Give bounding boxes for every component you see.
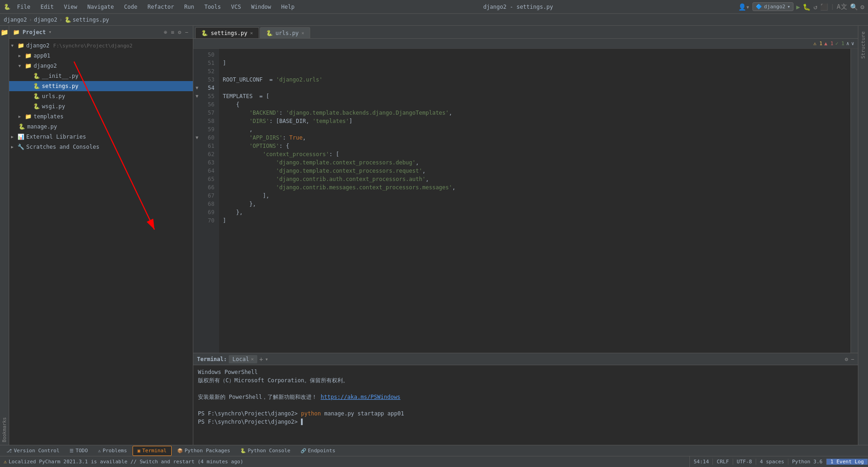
notification-text: Localized PyCharm 2021.3.1 is available … <box>9 459 243 465</box>
ln-63: 63 <box>201 158 217 167</box>
project-title-dropdown[interactable]: ▾ <box>49 29 52 35</box>
scratches-label: Scratches and Consoles <box>26 144 99 150</box>
project-collapse-btn[interactable]: ≡ <box>170 28 175 36</box>
ln-51: 51 <box>201 59 217 67</box>
run-config-select[interactable]: 🔷 django2 ▾ <box>752 2 793 11</box>
tree-init[interactable]: 🐍 __init__.py <box>9 71 193 81</box>
tree-manage[interactable]: 🐍 manage.py <box>9 122 193 132</box>
terminal-tab-dropdown[interactable]: ▾ <box>265 356 268 362</box>
menu-window[interactable]: Window <box>248 3 275 11</box>
fold-55[interactable]: ▼ <box>193 92 201 100</box>
terminal-tab-close[interactable]: ✕ <box>251 356 254 362</box>
bookmarks-toggle[interactable]: Bookmarks <box>1 408 8 443</box>
content-wrapper: 📁 Bookmarks 📁 Project ▾ ⊕ ≡ ⚙ − ▼ � <box>0 26 868 445</box>
event-log[interactable]: 1 Event Log <box>827 459 868 465</box>
tab-urls[interactable]: 🐍 urls.py ✕ <box>260 27 311 38</box>
menu-tools[interactable]: Tools <box>201 3 225 11</box>
tab-problems[interactable]: ⚠ Problems <box>93 446 132 456</box>
wsgi-label: wsgi.py <box>42 103 65 110</box>
tab-endpoints[interactable]: 🔗 Endpoints <box>296 446 340 456</box>
powershell-link[interactable]: https://aka.ms/PSWindows <box>321 394 400 400</box>
project-panel-toggle[interactable]: 📁 <box>0 28 9 37</box>
cursor-pos[interactable]: 54:14 <box>690 459 713 465</box>
fold-63 <box>193 158 201 167</box>
code-content[interactable]: ] ROOT_URLCONF = 'django2.urls' TEMPLATE… <box>219 49 851 353</box>
terminal-content[interactable]: Windows PowerShell 版权所有（C）Microsoft Corp… <box>193 365 858 445</box>
indent[interactable]: 4 spaces <box>756 459 788 465</box>
project-settings-btn[interactable]: ⚙ <box>177 28 182 36</box>
terminal-close-btn[interactable]: − <box>851 356 854 362</box>
nav-down[interactable]: ∨ <box>851 41 854 47</box>
menu-code[interactable]: Code <box>121 3 141 11</box>
run-button[interactable]: ▶ <box>796 3 800 11</box>
tree-settings[interactable]: 🐍 settings.py <box>9 81 193 91</box>
nav-up[interactable]: ∧ <box>846 41 850 47</box>
tab-todo[interactable]: ☰ TODO <box>65 446 93 456</box>
menu-refactor[interactable]: Refactor <box>144 3 178 11</box>
tree-app01[interactable]: ▶ 📁 app01 <box>9 51 193 61</box>
rerun-button[interactable]: ↺ <box>813 3 817 11</box>
tab-python-console[interactable]: 🐍 Python Console <box>236 446 295 456</box>
menu-view[interactable]: View <box>60 3 81 11</box>
tree-scratches[interactable]: ▶ 🔧 Scratches and Consoles <box>9 142 193 152</box>
notification-item[interactable]: ⚠ Localized PyCharm 2021.3.1 is availabl… <box>0 456 690 467</box>
search-icon[interactable]: 🔍 <box>850 3 858 11</box>
django2-label: django2 <box>34 63 57 69</box>
settings-icon[interactable]: ⚙ <box>861 3 864 11</box>
tree-root[interactable]: ▼ 📁 django2 F:\synchro\Project\django2 <box>9 41 193 51</box>
fold-67 <box>193 192 201 200</box>
terminal-line-4: 安装最新的 PowerShell，了解新功能和改进！ https://aka.m… <box>198 393 853 401</box>
terminal-line-1: Windows PowerShell <box>198 368 853 376</box>
fold-50 <box>193 51 201 59</box>
tab-settings-close[interactable]: ✕ <box>250 30 253 35</box>
translate-icon[interactable]: A文 <box>837 3 847 11</box>
version-control-icon: ⎇ <box>6 448 12 453</box>
terminal-settings-btn[interactable]: ⚙ <box>845 356 848 362</box>
fold-51 <box>193 59 201 67</box>
tree-ext-libs[interactable]: ▶ 📊 External Libraries <box>9 132 193 142</box>
project-panel: 📁 Project ▾ ⊕ ≡ ⚙ − ▼ 📁 django2 F:\synch… <box>9 26 193 445</box>
terminal-add-tab[interactable]: + <box>259 356 263 363</box>
user-icon[interactable]: 👤▾ <box>738 3 750 11</box>
app-icon: 🐍 <box>4 4 11 10</box>
terminal-actions: ⚙ − <box>845 356 854 362</box>
tab-version-control[interactable]: ⎇ Version Control <box>2 446 64 456</box>
tree-django2[interactable]: ▼ 📁 django2 <box>9 61 193 71</box>
menu-file[interactable]: File <box>13 3 34 11</box>
tab-python-packages[interactable]: 📦 Python Packages <box>173 446 235 456</box>
terminal-prompt-1: PS F:\synchro\Project\django2> <box>198 410 301 417</box>
menu-vcs[interactable]: VCS <box>227 3 245 11</box>
fold-54[interactable]: ▼ <box>193 84 201 92</box>
warning-indicator[interactable]: ⚠ 1 <box>813 41 822 47</box>
project-close-btn[interactable]: − <box>184 28 189 36</box>
tree-wsgi[interactable]: 🐍 wsgi.py <box>9 101 193 111</box>
debug-button[interactable]: 🐛 <box>803 3 810 11</box>
ln-57: 57 <box>201 109 217 117</box>
fold-60[interactable]: ▼ <box>193 134 201 142</box>
editor-scrollbar[interactable] <box>851 49 858 353</box>
python-version[interactable]: Python 3.6 <box>788 459 827 465</box>
line-ending[interactable]: CRLF <box>713 459 733 465</box>
breadcrumb-project[interactable]: django2 <box>34 17 58 23</box>
menu-help[interactable]: Help <box>278 3 298 11</box>
breadcrumb-file[interactable]: 🐍 settings.py <box>64 17 109 23</box>
fold-64 <box>193 167 201 175</box>
stop-button[interactable]: ⬛ <box>820 3 828 11</box>
menu-navigate[interactable]: Navigate <box>84 3 118 11</box>
error-indicator[interactable]: ▲ 1 <box>824 41 833 47</box>
structure-label[interactable]: Structure <box>860 31 866 59</box>
tree-templates[interactable]: ▶ 📁 templates <box>9 111 193 122</box>
tab-urls-close[interactable]: ✕ <box>301 30 304 35</box>
project-locate-btn[interactable]: ⊕ <box>163 28 168 36</box>
menu-edit[interactable]: Edit <box>37 3 58 11</box>
menu-run[interactable]: Run <box>180 3 198 11</box>
breadcrumb-root[interactable]: django2 <box>4 17 27 23</box>
right-sidebar: Structure <box>858 26 868 445</box>
tab-terminal[interactable]: ▣ Terminal <box>133 446 172 456</box>
terminal-tab-local[interactable]: Local ✕ <box>229 355 257 363</box>
tab-settings[interactable]: 🐍 settings.py ✕ <box>195 27 259 38</box>
scratches-icon: 🔧 <box>17 144 24 150</box>
tree-urls[interactable]: 🐍 urls.py <box>9 91 193 101</box>
check-indicator[interactable]: ✓ 1 <box>835 41 845 47</box>
encoding[interactable]: UTF-8 <box>733 459 756 465</box>
